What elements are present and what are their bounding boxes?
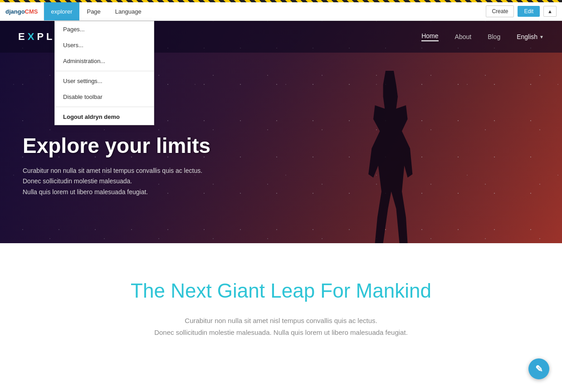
hero-title: Explore your limits: [23, 134, 210, 157]
toolbar-nav-language[interactable]: Language: [108, 2, 149, 20]
site-nav-blog[interactable]: Blog: [488, 33, 500, 40]
explorer-dropdown: Pages... Users... Administration... User…: [54, 21, 154, 125]
toolbar-arrow-button[interactable]: ▲: [543, 6, 557, 17]
cms-logo[interactable]: djangoCMS: [0, 2, 44, 20]
toolbar-actions: Create Edit ▲: [480, 5, 562, 17]
toolbar-nav: explorer Page Language: [44, 2, 481, 20]
section-title: The Next Giant Leap For Mankind: [18, 279, 544, 302]
logo-django: django: [5, 8, 25, 15]
logo-cms: CMS: [25, 8, 38, 15]
content-section: The Next Giant Leap For Mankind Curabitu…: [0, 243, 562, 365]
dropdown-user-settings[interactable]: User settings...: [55, 73, 154, 89]
site-nav-links: Home About Blog English ▼: [421, 32, 544, 41]
floating-edit-icon: ✎: [535, 363, 543, 365]
toolbar-nav-page[interactable]: Page: [79, 2, 108, 20]
dropdown-logout[interactable]: Logout aldryn demo: [55, 109, 154, 125]
site-nav-about[interactable]: About: [455, 33, 472, 40]
create-button[interactable]: Create: [486, 5, 514, 17]
site-nav-home[interactable]: Home: [421, 32, 438, 41]
language-dropdown-arrow: ▼: [539, 34, 544, 39]
cms-toolbar: djangoCMS explorer Page Language Create …: [0, 0, 562, 21]
dropdown-disable-toolbar[interactable]: Disable toolbar: [55, 89, 154, 105]
dropdown-administration[interactable]: Administration...: [55, 53, 154, 69]
site-nav-language[interactable]: English ▼: [517, 33, 544, 40]
dropdown-users[interactable]: Users...: [55, 37, 154, 53]
hero-text: Curabitur non nulla sit amet nisl tempus…: [23, 166, 210, 198]
dropdown-divider-1: [55, 71, 154, 71]
dropdown-pages[interactable]: Pages...: [55, 21, 154, 37]
edit-button[interactable]: Edit: [518, 6, 540, 17]
dropdown-divider-2: [55, 107, 154, 107]
site-logo-x: X: [28, 31, 37, 42]
hero-content: Explore your limits Curabitur non nulla …: [23, 134, 210, 198]
section-text: Curabitur non nulla sit amet nisl tempus…: [136, 315, 426, 338]
toolbar-nav-explorer[interactable]: explorer: [44, 2, 80, 20]
